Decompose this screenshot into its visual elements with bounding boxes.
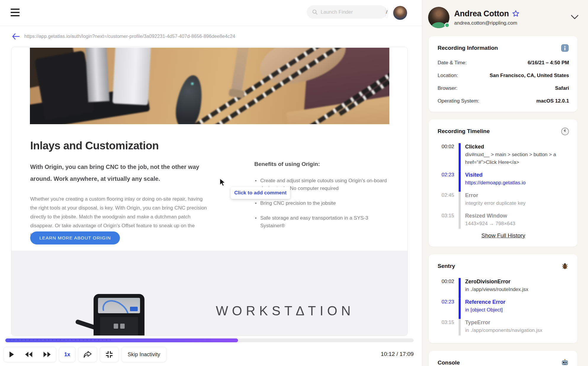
info-row: Location: San Francisco, CA, United Stat… <box>438 73 569 79</box>
recording-information-title: Recording Information <box>438 45 498 51</box>
recording-information-card: Recording Information Date & Time: 6/16/… <box>429 36 577 112</box>
info-value: San Francisco, CA, United States <box>490 73 569 79</box>
fast-forward-icon <box>43 351 51 357</box>
playback-controls: 1x Skip Inactivity <box>4 347 166 362</box>
event-time: 00:02 <box>438 143 454 171</box>
event-bar <box>459 212 461 229</box>
collapse-sidebar-button[interactable] <box>569 13 580 22</box>
add-comment-tooltip[interactable]: Click to add comment <box>231 187 290 199</box>
page-heading: Inlays and Customization <box>30 140 159 152</box>
playback-speed-button[interactable]: 1x <box>59 347 75 362</box>
info-icon <box>561 44 569 52</box>
launch-finder-search[interactable]: / <box>307 5 387 19</box>
timeline-event-resized[interactable]: 03:15 Resized Window 1443×924 → 798×643 <box>438 212 569 229</box>
replay-viewport[interactable]: Inlays and Customization With Origin, yo… <box>11 47 408 336</box>
event-detail: in [object Object] <box>465 306 569 314</box>
event-title: Reference Error <box>465 298 569 306</box>
workstation-logo-text: WORKST∆TION <box>216 303 354 318</box>
timeline-event-visited[interactable]: 02:23 Visited https://demoapp.getatlas.i… <box>438 171 569 192</box>
event-title: Clicked <box>465 143 569 150</box>
recorded-page-url: https://app.getatlas.io/auth/login?next=… <box>24 34 235 39</box>
event-link[interactable]: https://demoapp.getatlas.io <box>465 179 569 187</box>
chevron-down-icon <box>571 15 579 20</box>
recorded-cursor-icon <box>219 178 226 188</box>
benefit-item: Safe storage and easy transportation in … <box>254 214 389 230</box>
hamburger-menu-button[interactable] <box>11 8 20 17</box>
event-title: Resized Window <box>465 212 569 219</box>
console-title: Console <box>438 359 460 366</box>
page-intro-text: With Origin, you can bring CNC to the jo… <box>30 161 208 185</box>
info-label: Date & Time: <box>438 60 467 66</box>
recording-timeline-title: Recording Timeline <box>438 128 490 135</box>
benefit-item: Bring CNC precision to the jobsite <box>254 199 389 207</box>
recording-timeline-card: Recording Timeline 00:02 Clicked div#nux… <box>429 119 577 247</box>
url-bar: https://app.getatlas.io/auth/login?next=… <box>0 26 422 47</box>
event-time: 00:02 <box>438 278 454 298</box>
top-bar: / <box>0 0 422 26</box>
info-value: 6/16/21 – 4:50 PM <box>528 60 569 66</box>
info-label: Operating System: <box>438 98 479 104</box>
event-title: Visited <box>465 171 569 178</box>
event-time: 02:45 <box>438 192 454 212</box>
add-comment-tooltip-label: Click to add comment <box>234 190 287 196</box>
playback-progress-bar[interactable] <box>5 338 414 342</box>
back-arrow-button[interactable] <box>12 33 20 40</box>
playback-progress-fill <box>5 338 238 342</box>
info-row: Browser: Safari <box>438 85 569 91</box>
session-details-sidebar: Andrea Cotton andrea.cotton@rippling.com… <box>422 0 588 366</box>
rewind-button[interactable] <box>20 347 38 362</box>
timeline-event-error[interactable]: 02:45 Error integrity error duplicate ke… <box>438 192 569 212</box>
event-title: Error <box>465 192 569 199</box>
event-time: 03:15 <box>438 319 454 335</box>
visitor-name: Andrea Cotton <box>454 9 509 18</box>
clock-icon <box>561 127 569 135</box>
share-forward-button[interactable] <box>78 347 97 362</box>
event-title: TypeError <box>465 319 569 326</box>
robot-icon <box>561 359 569 366</box>
play-button[interactable] <box>4 347 19 362</box>
current-user-avatar[interactable] <box>393 6 407 20</box>
online-status-dot <box>444 23 450 28</box>
benefits-list: Create and adjust simple cutouts using O… <box>254 177 389 230</box>
event-detail: in ./app/components/navigation.jsx <box>465 327 569 334</box>
fast-forward-button[interactable] <box>38 347 56 362</box>
event-detail: in ./app/views/routeIndex.jsx <box>465 286 569 293</box>
timeline-event-clicked[interactable]: 00:02 Clicked div#nuxt__ > main > sectio… <box>438 143 569 171</box>
sentry-title: Sentry <box>438 263 455 269</box>
event-title: ZeroDivisionError <box>465 278 569 285</box>
slash-shortcut-key: / <box>386 7 387 17</box>
collapse-icon <box>105 350 114 359</box>
event-detail: div#nuxt__ > main > section > button > a… <box>465 151 569 166</box>
info-value: Safari <box>555 85 569 91</box>
event-detail: integrity error duplicate key <box>465 199 569 207</box>
event-bar <box>459 171 461 192</box>
info-row: Operating System: macOS 12.0.1 <box>438 98 569 104</box>
event-time: 03:15 <box>438 212 454 229</box>
search-input[interactable] <box>321 9 386 15</box>
benefits-title: Benefits of using Origin: <box>254 161 389 167</box>
favorite-star-button[interactable] <box>512 10 520 17</box>
search-icon <box>312 8 318 16</box>
event-detail: 1443×924 → 798×643 <box>465 220 569 228</box>
playback-time-display: 10:12 / 17:09 <box>381 351 414 357</box>
collapse-view-button[interactable] <box>100 347 118 362</box>
sentry-event-reference-error[interactable]: 02:23 Reference Error in [object Object] <box>438 298 569 319</box>
bug-icon <box>561 262 569 270</box>
origin-device-image <box>94 294 144 336</box>
hero-image-woodworking <box>30 48 389 124</box>
page-footer-section: WORKST∆TION <box>12 251 408 336</box>
skip-inactivity-button[interactable]: Skip Inactivity <box>122 347 166 362</box>
event-bar <box>459 319 461 335</box>
sentry-card: Sentry 00:02 <box>429 254 577 343</box>
show-full-history-link[interactable]: Show Full History <box>481 232 525 239</box>
info-row: Date & Time: 6/16/21 – 4:50 PM <box>438 60 569 66</box>
sentry-event-zerodivision[interactable]: 00:02 ZeroDivisionError in ./app/views/r… <box>438 278 569 298</box>
event-bar <box>459 298 461 319</box>
sentry-event-typeerror[interactable]: 03:15 TypeError in ./app/components/navi… <box>438 319 569 335</box>
event-bar <box>459 192 461 212</box>
replay-main-area: / https://app.getatlas.io/auth/login?nex… <box>0 0 422 366</box>
info-label: Browser: <box>438 85 457 91</box>
rewind-icon <box>25 351 33 357</box>
visitor-email: andrea.cotton@rippling.com <box>454 20 520 26</box>
learn-more-button: LEARN MORE ABOUT ORIGIN <box>30 231 120 244</box>
